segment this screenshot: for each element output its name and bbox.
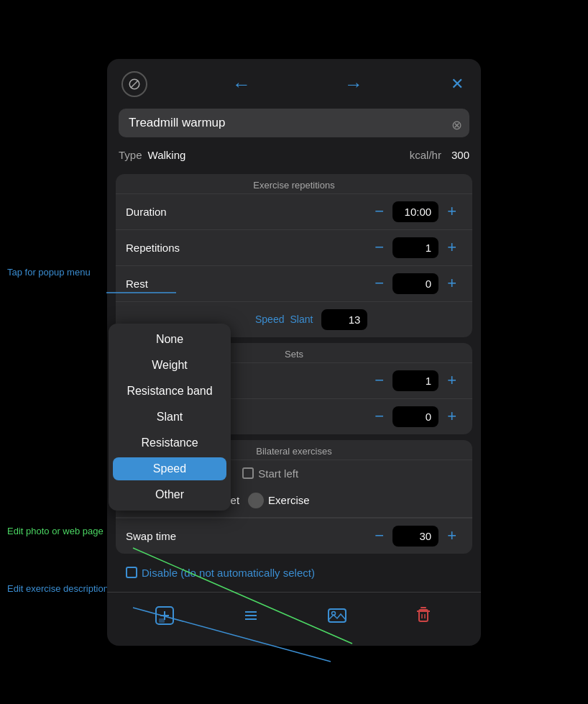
svg-rect-9 (329, 609, 346, 622)
disable-label: Disable (do not automatically select) (142, 567, 315, 579)
speed-tag[interactable]: Speed (255, 314, 284, 325)
popup-item-speed[interactable]: Speed (113, 457, 226, 480)
rest-plus[interactable]: + (441, 275, 462, 291)
start-left-checkbox[interactable]: Start left (242, 467, 298, 480)
repetitions-minus[interactable]: − (369, 239, 390, 255)
repetitions-row: Repetitions − 1 + (116, 230, 472, 266)
type-value[interactable]: Walking (148, 149, 404, 161)
title-clear-icon[interactable]: ⊗ (451, 117, 462, 133)
repetitions-value: 1 (392, 237, 438, 258)
sets-value: 1 (392, 370, 438, 391)
repetitions-label: Repetitions (126, 242, 369, 254)
rest-minus[interactable]: − (369, 275, 390, 291)
swap-time-minus[interactable]: − (369, 528, 390, 544)
svg-line-0 (131, 81, 139, 88)
set-rest-minus[interactable]: − (369, 408, 390, 424)
add-button[interactable] (143, 603, 186, 633)
duration-label: Duration (126, 206, 369, 218)
repetitions-plus[interactable]: + (441, 239, 462, 255)
speed-slant-row: None Weight Resistance band Slant Resist… (116, 302, 472, 337)
type-row: Type Walking kcal/hr 300 (107, 145, 481, 168)
popup-item-other[interactable]: Other (109, 482, 231, 508)
popup-menu[interactable]: None Weight Resistance band Slant Resist… (109, 324, 231, 511)
modal-header: ← → ✕ (107, 59, 481, 106)
duration-minus[interactable]: − (369, 204, 390, 219)
close-button[interactable]: ✕ (448, 72, 467, 96)
title-row: ⊗ (107, 106, 481, 145)
duration-plus[interactable]: + (441, 204, 462, 219)
list-button[interactable] (229, 603, 272, 633)
popup-item-weight[interactable]: Weight (109, 352, 231, 378)
prev-button[interactable]: ← (224, 70, 259, 99)
popup-item-slant[interactable]: Slant (109, 404, 231, 430)
edit-icon (121, 71, 147, 97)
footer-toolbar (107, 592, 481, 646)
popup-annotation: Tap for popup menu (7, 266, 91, 279)
popup-item-resistance[interactable]: Resistance (109, 430, 231, 456)
swap-time-label: Swap time (126, 530, 369, 542)
exercise-repetitions-section: Exercise repetitions Duration − 10:00 + … (116, 174, 472, 337)
radio-exercise-circle (248, 493, 264, 508)
radio-exercise[interactable]: Exercise (248, 493, 310, 508)
start-left-checkbox-box (242, 467, 254, 479)
duration-value: 10:00 (392, 201, 438, 222)
slant-tag[interactable]: Slant (290, 314, 313, 325)
duration-row: Duration − 10:00 + (116, 194, 472, 230)
set-rest-plus[interactable]: + (441, 408, 462, 424)
svg-rect-5 (159, 618, 165, 623)
sets-plus[interactable]: + (441, 372, 462, 388)
title-input[interactable] (119, 109, 469, 137)
sets-minus[interactable]: − (369, 372, 390, 388)
description-annotation: Edit exercise description (7, 582, 109, 595)
set-rest-value: 0 (392, 406, 438, 427)
rest-value: 0 (392, 273, 438, 294)
disable-checkbox[interactable] (126, 567, 137, 578)
rest-label: Rest (126, 278, 369, 290)
next-button[interactable]: → (336, 70, 372, 99)
swap-time-plus[interactable]: + (441, 528, 462, 544)
popup-item-none[interactable]: None (109, 326, 231, 352)
swap-time-value: 30 (392, 526, 438, 547)
kcal-value[interactable]: 300 (451, 149, 469, 161)
swap-time-row: Swap time − 30 + (116, 518, 472, 554)
image-button[interactable] (316, 603, 359, 633)
kcal-label: kcal/hr (410, 149, 441, 161)
exercise-repetitions-title: Exercise repetitions (116, 174, 472, 194)
delete-button[interactable] (402, 603, 445, 633)
type-label: Type (119, 149, 142, 161)
speed-value: 13 (321, 309, 367, 330)
disable-row: Disable (do not automatically select) (116, 559, 472, 586)
rest-row: Rest − 0 + (116, 266, 472, 302)
modal: ← → ✕ ⊗ Type Walking kcal/hr 300 Exercis… (107, 59, 481, 646)
photo-annotation: Edit photo or web page (7, 525, 104, 538)
popup-item-resistance-band[interactable]: Resistance band (109, 378, 231, 404)
